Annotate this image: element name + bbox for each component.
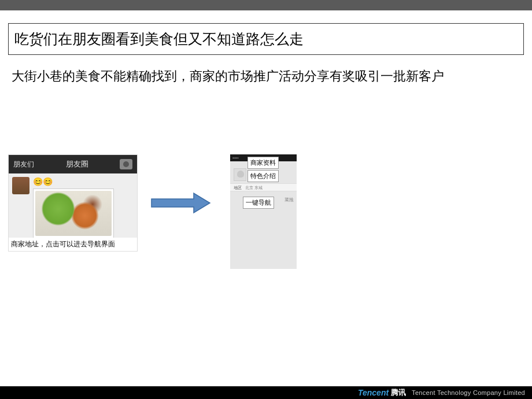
emoji-text: 😊😊 [33,177,53,186]
footer: Tencent 腾讯 Tencent Technology Company Li… [0,386,532,399]
wechat-moments-mock: 朋友们 朋友圈 😊😊 商家地址，点击可以进去导航界面 [8,154,138,252]
region-row: 地区 北京 东城 [230,183,297,191]
moments-body: 😊😊 [9,173,137,242]
footer-company: Tencent Technology Company Limited [412,389,525,396]
food-plate [35,191,112,236]
one-click-nav-label: 一键导航 [243,197,274,209]
arrow-right-icon [150,192,211,214]
feature-intro-label: 特色介绍 [247,170,279,182]
friends-label: 朋友们 [13,160,34,169]
tencent-logo-cn: 腾讯 [391,387,406,398]
avatar-icon [12,177,29,194]
region-label: 地区 [234,186,242,190]
camera-icon [120,159,132,169]
recommend-label: 菜推 [285,197,294,203]
top-bar [0,0,532,10]
merchant-info-label: 商家资料 [247,157,279,169]
merchant-avatar-icon [234,168,246,181]
slide-title-box: 吃货们在朋友圈看到美食但又不知道路怎么走 [8,23,524,55]
food-photo [33,189,114,238]
tencent-logo-en: Tencent [358,388,389,397]
region-value: 北京 东城 [245,186,263,190]
moments-title: 朋友圈 [34,159,120,169]
merchant-address-caption: 商家地址，点击可以进去导航界面 [9,238,137,251]
slide-title: 吃货们在朋友圈看到美食但又不知道路怎么走 [14,31,304,47]
slide-subtitle: 大街小巷的美食不能精确找到，商家的市场推广活动分享有奖吸引一批新客户 [12,68,532,85]
moments-header: 朋友们 朋友圈 [9,155,137,173]
